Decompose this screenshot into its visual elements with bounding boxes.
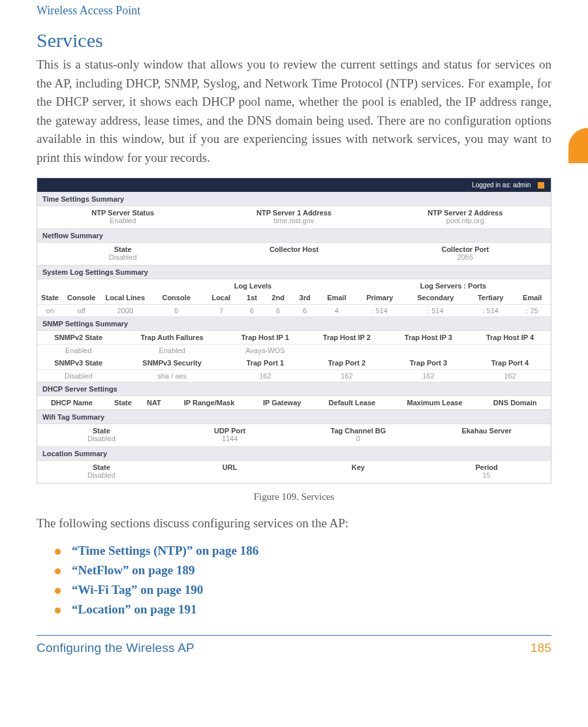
dhcp-h1: DHCP Name bbox=[37, 396, 106, 410]
sl-v-3rd: 6 bbox=[292, 305, 318, 317]
dhcp-h6: Default Lease bbox=[314, 396, 390, 410]
ntp-status-label: NTP Server Status bbox=[37, 209, 208, 217]
snmp-r1v6 bbox=[469, 345, 551, 357]
loc-key-v bbox=[294, 471, 423, 474]
snmp-r2v4: 162 bbox=[306, 370, 388, 382]
loc-key-l: Key bbox=[294, 463, 423, 471]
sl-grp-levels: Log Levels bbox=[150, 279, 356, 291]
running-header: Wireless Access Point bbox=[37, 0, 551, 20]
snmp-r2v2: sha / aes bbox=[119, 370, 224, 382]
sl-v-primary: : 514 bbox=[356, 305, 404, 317]
ntp2-value: pool.ntp.org bbox=[380, 217, 551, 227]
sl-v-2nd: 6 bbox=[264, 305, 292, 317]
sl-h-console: Console bbox=[63, 291, 100, 305]
screenshot-topbar: Logged in as: admin bbox=[37, 178, 551, 192]
loc-state-v: Disabled bbox=[37, 471, 166, 482]
snmp-r2h5: Trap Port 3 bbox=[388, 356, 469, 370]
section-netflow: Netflow Summary bbox=[37, 228, 551, 243]
section-time: Time Settings Summary bbox=[37, 192, 551, 206]
snmp-r2v6: 162 bbox=[469, 370, 551, 382]
snmp-r1h1: SNMPv2 State bbox=[37, 331, 119, 345]
logout-icon bbox=[538, 182, 544, 189]
section-loc: Location Summary bbox=[37, 446, 551, 461]
snmp-r2h3: Trap Port 1 bbox=[224, 356, 306, 370]
sl-h-email2: Email bbox=[514, 291, 551, 305]
dhcp-h8: DNS Domain bbox=[479, 396, 551, 410]
wt-ek-l: Ekahau Server bbox=[422, 427, 551, 435]
wt-state-l: State bbox=[37, 427, 166, 435]
ntp2-label: NTP Server 2 Address bbox=[380, 209, 551, 217]
section-wifi: Wifi Tag Summary bbox=[37, 410, 551, 424]
snmp-r1v2: Enabled bbox=[119, 345, 224, 357]
sl-h-tertiary: Tertiary bbox=[467, 291, 514, 305]
loc-url-l: URL bbox=[166, 463, 294, 471]
loc-url-v bbox=[166, 471, 294, 474]
sl-v-email: 4 bbox=[318, 305, 356, 317]
snmp-r2v1: Disabled bbox=[37, 370, 119, 382]
wt-udp-l: UDP Port bbox=[166, 427, 294, 435]
loc-period-l: Period bbox=[422, 463, 551, 471]
snmp-r1v1: Enabled bbox=[37, 345, 119, 357]
link-wifi-tag[interactable]: “Wi-Fi Tag” on page 190 bbox=[72, 583, 203, 596]
nf-port-value: 2055 bbox=[380, 253, 551, 264]
snmp-r2v3: 162 bbox=[224, 370, 306, 382]
sl-h-lconsole: Console bbox=[150, 291, 202, 305]
snmp-r1h6: Trap Host IP 4 bbox=[469, 331, 551, 345]
nf-host-label: Collector Host bbox=[208, 245, 379, 253]
sl-h-local: Local bbox=[202, 291, 240, 305]
snmp-r2h2: SNMPv3 Security bbox=[119, 356, 224, 370]
sl-h-2nd: 2nd bbox=[264, 291, 292, 305]
sl-grp-servers: Log Servers : Ports bbox=[356, 279, 551, 291]
snmp-r2h1: SNMPv3 State bbox=[37, 356, 119, 370]
snmp-r1h5: Trap Host IP 3 bbox=[388, 331, 469, 345]
list-item: “Wi-Fi Tag” on page 190 bbox=[55, 583, 551, 597]
list-item: “Time Settings (NTP)” on page 186 bbox=[55, 544, 551, 558]
sl-v-local: 7 bbox=[202, 305, 240, 317]
nf-port-label: Collector Port bbox=[380, 245, 551, 253]
wt-ek-v bbox=[422, 435, 551, 437]
sl-h-email: Email bbox=[318, 291, 356, 305]
snmp-r1h2: Trap Auth Failures bbox=[119, 331, 224, 345]
figure-services: Logged in as: admin Time Settings Summar… bbox=[37, 178, 551, 503]
page-title: Services bbox=[37, 29, 551, 52]
section-dhcp: DHCP Server Settings bbox=[37, 382, 551, 396]
sl-v-tertiary: : 514 bbox=[467, 305, 514, 317]
link-netflow[interactable]: “NetFlow” on page 189 bbox=[72, 563, 194, 577]
snmp-r1v4 bbox=[306, 345, 388, 357]
nf-state-label: State bbox=[37, 245, 208, 253]
loc-state-l: State bbox=[37, 463, 166, 471]
snmp-r1v5 bbox=[388, 345, 469, 357]
snmp-r1v3: Avaya-WOS bbox=[224, 345, 306, 357]
footer-section: Configuring the Wireless AP bbox=[37, 641, 194, 655]
section-snmp: SNMP Settings Summary bbox=[37, 317, 551, 331]
nf-host-value bbox=[208, 253, 379, 256]
link-time-settings[interactable]: “Time Settings (NTP)” on page 186 bbox=[72, 544, 258, 557]
snmp-r2h6: Trap Port 4 bbox=[469, 356, 551, 370]
section-syslog: System Log Settings Summary bbox=[37, 265, 551, 279]
sl-h-state: State bbox=[37, 291, 63, 305]
sl-v-lconsole: 6 bbox=[150, 305, 202, 317]
wt-ch-l: Tag Channel BG bbox=[294, 427, 423, 435]
dhcp-h7: Maximum Lease bbox=[390, 396, 480, 410]
figure-caption: Figure 109. Services bbox=[37, 491, 551, 503]
wt-udp-v: 1144 bbox=[166, 435, 294, 445]
list-item: “NetFlow” on page 189 bbox=[55, 563, 551, 578]
list-item: “Location” on page 191 bbox=[55, 602, 551, 617]
loc-period-v: 15 bbox=[422, 471, 551, 482]
wt-ch-v: 0 bbox=[294, 435, 423, 445]
xref-list: “Time Settings (NTP)” on page 186 “NetFl… bbox=[55, 544, 551, 617]
paragraph-links-intro: The following sections discuss configuri… bbox=[37, 514, 551, 533]
sl-v-email2: : 25 bbox=[514, 305, 551, 317]
sl-h-primary: Primary bbox=[356, 291, 404, 305]
sl-v-console: off bbox=[63, 305, 100, 317]
sl-v-state: on bbox=[37, 305, 63, 317]
intro-paragraph: This is a status-only window that allows… bbox=[37, 55, 551, 167]
dhcp-h5: IP Gateway bbox=[250, 396, 314, 410]
section-tab bbox=[568, 128, 588, 163]
sl-v-1st: 6 bbox=[240, 305, 264, 317]
page-number: 185 bbox=[531, 641, 551, 655]
link-location[interactable]: “Location” on page 191 bbox=[72, 602, 197, 616]
logged-in-label: Logged in as: admin bbox=[472, 181, 531, 189]
snmp-r1h3: Trap Host IP 1 bbox=[224, 331, 306, 345]
sl-h-1st: 1st bbox=[240, 291, 264, 305]
